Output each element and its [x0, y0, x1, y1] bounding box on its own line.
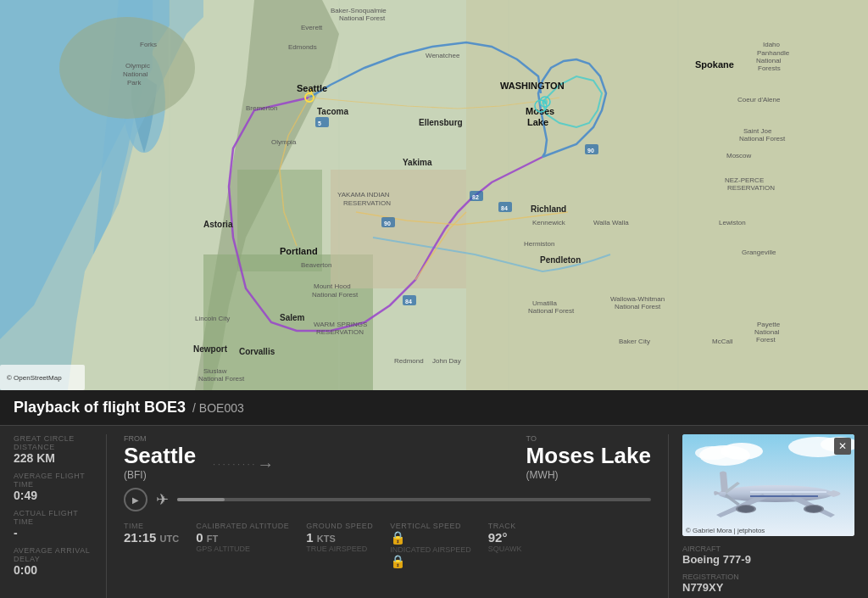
svg-text:National Forest: National Forest	[339, 14, 386, 22]
indicated-airspeed-lock: 🔒	[390, 554, 470, 569]
svg-text:Olympia: Olympia	[271, 138, 297, 146]
svg-text:Wallowa-Whitman: Wallowa-Whitman	[610, 295, 665, 303]
svg-text:National Forest: National Forest	[312, 291, 359, 299]
aircraft-photo: © Gabriel Mora | jetphotos ✕	[682, 434, 854, 536]
route-from-code: (BFI)	[124, 469, 196, 481]
altitude-data: CALIBRATED ALTITUDE 0 FT GPS ALTITUDE	[196, 522, 289, 569]
track-data: TRACK 92° SQUAWK	[488, 522, 522, 569]
lock-icon-ias: 🔒	[390, 554, 406, 568]
avg-arrival-delay-label: AVERAGE ARRIVAL DELAY	[14, 546, 96, 563]
svg-text:Ellensburg: Ellensburg	[419, 118, 463, 127]
actual-flight-time-label: ACTUAL FLIGHT TIME	[14, 509, 96, 526]
route-to-code: (MWH)	[526, 469, 651, 481]
svg-text:Forests: Forests	[758, 64, 781, 72]
svg-text:National: National	[756, 57, 782, 64]
svg-text:National Forest: National Forest	[615, 303, 661, 310]
svg-text:Salem: Salem	[280, 313, 305, 322]
svg-text:84: 84	[501, 205, 508, 211]
great-circle-label: GREAT CIRCLE DISTANCE	[14, 434, 96, 451]
squawk-label: SQUAWK	[488, 545, 522, 553]
svg-text:Newport: Newport	[193, 344, 228, 354]
svg-text:Park: Park	[127, 79, 142, 87]
progress-bar[interactable]	[177, 498, 651, 501]
svg-text:RESERVATION: RESERVATION	[316, 328, 364, 336]
svg-text:Forest: Forest	[756, 336, 776, 344]
great-circle-value: 228 KM	[14, 451, 96, 465]
ground-speed-sublabel: TRUE AIRSPEED	[306, 545, 373, 553]
svg-text:Lake: Lake	[527, 117, 548, 127]
actual-flight-time-value: -	[14, 526, 96, 539]
svg-text:Everett: Everett	[301, 24, 323, 31]
svg-text:Moscow: Moscow	[726, 152, 752, 159]
svg-text:Coeur d'Alene: Coeur d'Alene	[737, 96, 781, 103]
svg-text:Umatilla: Umatilla	[532, 299, 557, 307]
svg-text:Mount Hood: Mount Hood	[314, 282, 351, 290]
vertical-speed-label: VERTICAL SPEED	[390, 522, 470, 530]
svg-point-91	[695, 446, 729, 460]
svg-text:Spokane: Spokane	[695, 59, 734, 70]
svg-text:Idaho: Idaho	[763, 41, 781, 48]
route-arrow: ········· →	[204, 455, 517, 474]
ground-speed-data: GROUND SPEED 1 KTS TRUE AIRSPEED	[306, 522, 373, 569]
svg-text:Edmonds: Edmonds	[288, 43, 317, 51]
info-panel: Playback of flight BOE3 / BOE003 GREAT C…	[0, 390, 868, 598]
avg-flight-time-label: AVERAGE FLIGHT TIME	[14, 472, 96, 489]
map-container[interactable]: ✈ Seattle Tacoma Olympia Edmonds Bremert…	[0, 0, 868, 390]
svg-text:Corvallis: Corvallis	[239, 347, 275, 356]
svg-text:National Forest: National Forest	[739, 135, 786, 143]
svg-text:Walla Walla: Walla Walla	[593, 219, 629, 226]
progress-fill	[177, 498, 225, 501]
svg-text:Pendleton: Pendleton	[540, 255, 581, 265]
svg-text:RESERVATION: RESERVATION	[727, 184, 775, 192]
svg-text:Hermiston: Hermiston	[524, 240, 554, 248]
close-photo-button[interactable]: ✕	[834, 438, 851, 455]
avg-flight-time-stat: AVERAGE FLIGHT TIME 0:49	[14, 472, 96, 502]
svg-text:RESERVATION: RESERVATION	[343, 199, 391, 207]
svg-text:90: 90	[587, 148, 594, 154]
arrow-dots: ·········	[213, 460, 257, 469]
ground-speed-label: GROUND SPEED	[306, 522, 373, 530]
svg-text:Beaverton: Beaverton	[301, 261, 331, 269]
svg-text:WASHINGTON: WASHINGTON	[500, 81, 565, 91]
svg-text:National Forest: National Forest	[528, 307, 575, 315]
time-value: 21:15 UTC	[124, 530, 179, 545]
vertical-speed-data: VERTICAL SPEED 🔒 INDICATED AIRSPEED 🔒	[390, 522, 470, 569]
time-data: TIME 21:15 UTC	[124, 522, 179, 569]
svg-text:Siuslaw: Siuslaw	[203, 367, 227, 375]
play-button[interactable]: ▶	[124, 488, 147, 511]
route-from-label: FROM	[124, 434, 196, 443]
svg-text:© OpenStreetMap: © OpenStreetMap	[7, 374, 62, 382]
svg-text:Seattle: Seattle	[297, 83, 327, 93]
aircraft-type-value: Boeing 777-9	[682, 553, 854, 566]
photo-credit: © Gabriel Mora | jetphotos	[686, 527, 765, 534]
avg-flight-time-value: 0:49	[14, 489, 96, 502]
route-to-city: Moses Lake	[526, 443, 651, 469]
svg-rect-5	[237, 170, 322, 271]
svg-text:Wenatchee: Wenatchee	[426, 52, 460, 59]
svg-text:National: National	[123, 70, 148, 78]
svg-text:Astoria: Astoria	[203, 220, 233, 229]
svg-text:WARM SPRINGS: WARM SPRINGS	[314, 321, 367, 328]
svg-text:Lewiston: Lewiston	[719, 219, 746, 226]
actual-flight-time-stat: ACTUAL FLIGHT TIME -	[14, 509, 96, 539]
svg-text:82: 82	[472, 194, 479, 200]
route-row: FROM Seattle (BFI) ········· → TO Moses …	[124, 434, 651, 481]
svg-text:John Day: John Day	[432, 357, 461, 365]
route-to-label: TO	[526, 434, 651, 443]
svg-text:Saint Joe: Saint Joe	[743, 127, 772, 135]
svg-text:Tacoma: Tacoma	[317, 107, 348, 116]
data-row: TIME 21:15 UTC CALIBRATED ALTITUDE 0 FT …	[124, 522, 651, 569]
track-value: 92°	[488, 530, 522, 545]
great-circle-stat: GREAT CIRCLE DISTANCE 228 KM	[14, 434, 96, 465]
lock-icon-vs: 🔒	[390, 530, 406, 545]
svg-point-96	[805, 506, 822, 512]
svg-text:Kennewick: Kennewick	[532, 219, 566, 226]
svg-text:Grangeville: Grangeville	[742, 249, 776, 256]
panel-header: Playback of flight BOE3 / BOE003	[0, 390, 868, 426]
svg-text:National Forest: National Forest	[198, 375, 245, 383]
svg-point-94	[718, 485, 833, 502]
svg-text:McCall: McCall	[712, 338, 733, 345]
flight-title: Playback of flight BOE3	[14, 399, 186, 416]
svg-text:Baker City: Baker City	[619, 338, 650, 345]
route-from-city: Seattle	[124, 443, 196, 469]
